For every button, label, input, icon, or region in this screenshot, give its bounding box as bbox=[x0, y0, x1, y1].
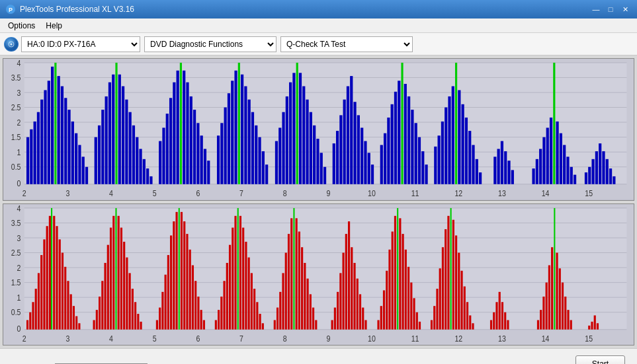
svg-rect-378 bbox=[594, 315, 596, 329]
menu-help[interactable]: Help bbox=[40, 20, 67, 32]
svg-rect-117 bbox=[320, 153, 323, 184]
svg-text:4: 4 bbox=[109, 189, 113, 198]
svg-rect-123 bbox=[347, 87, 349, 184]
svg-rect-55 bbox=[82, 157, 85, 184]
svg-rect-160 bbox=[497, 149, 500, 184]
svg-rect-223 bbox=[32, 302, 34, 330]
svg-rect-165 bbox=[532, 168, 534, 184]
svg-rect-313 bbox=[337, 291, 339, 329]
svg-rect-328 bbox=[388, 249, 390, 329]
svg-rect-234 bbox=[62, 252, 64, 329]
svg-rect-263 bbox=[167, 255, 169, 330]
svg-rect-70 bbox=[139, 149, 142, 184]
svg-rect-119 bbox=[333, 143, 335, 184]
svg-rect-84 bbox=[193, 110, 196, 184]
svg-rect-152 bbox=[458, 90, 460, 184]
svg-rect-90 bbox=[220, 123, 223, 184]
svg-rect-104 bbox=[275, 141, 278, 184]
svg-rect-40 bbox=[30, 129, 32, 184]
svg-rect-348 bbox=[452, 219, 454, 329]
svg-rect-237 bbox=[70, 294, 72, 329]
svg-rect-85 bbox=[196, 123, 199, 184]
svg-rect-83 bbox=[190, 96, 192, 184]
svg-rect-43 bbox=[40, 100, 43, 184]
svg-rect-256 bbox=[134, 302, 136, 330]
svg-rect-267 bbox=[179, 207, 180, 329]
svg-rect-89 bbox=[217, 135, 220, 184]
svg-rect-136 bbox=[398, 81, 400, 184]
function-select[interactable]: DVD Diagnostic Functions bbox=[144, 36, 276, 52]
svg-rect-81 bbox=[183, 71, 185, 184]
svg-rect-139 bbox=[407, 96, 410, 184]
svg-rect-228 bbox=[46, 226, 48, 330]
svg-rect-282 bbox=[229, 244, 231, 329]
svg-rect-107 bbox=[286, 96, 288, 184]
svg-rect-116 bbox=[316, 139, 319, 184]
svg-rect-295 bbox=[274, 320, 276, 329]
svg-rect-336 bbox=[410, 282, 412, 329]
svg-rect-154 bbox=[465, 118, 468, 184]
close-button[interactable]: ✕ bbox=[618, 3, 632, 15]
svg-rect-133 bbox=[387, 118, 390, 184]
svg-rect-284 bbox=[234, 215, 236, 329]
svg-rect-288 bbox=[245, 241, 247, 329]
svg-rect-157 bbox=[476, 159, 478, 184]
svg-rect-141 bbox=[415, 123, 417, 184]
svg-text:13: 13 bbox=[498, 189, 506, 198]
svg-rect-151 bbox=[455, 63, 457, 184]
svg-rect-158 bbox=[479, 172, 482, 184]
svg-rect-156 bbox=[472, 145, 474, 184]
svg-rect-120 bbox=[336, 131, 339, 184]
svg-rect-51 bbox=[67, 110, 70, 184]
svg-rect-238 bbox=[73, 306, 75, 330]
svg-rect-274 bbox=[197, 296, 199, 329]
svg-rect-109 bbox=[292, 73, 295, 184]
svg-rect-64 bbox=[118, 75, 121, 184]
svg-rect-327 bbox=[386, 270, 388, 329]
maximize-button[interactable]: □ bbox=[604, 3, 617, 15]
svg-rect-301 bbox=[290, 218, 292, 329]
svg-rect-143 bbox=[421, 151, 424, 184]
svg-rect-357 bbox=[493, 312, 495, 329]
svg-rect-93 bbox=[231, 81, 234, 184]
svg-rect-340 bbox=[431, 320, 433, 329]
svg-text:2.5: 2.5 bbox=[11, 248, 21, 257]
svg-rect-341 bbox=[433, 306, 435, 330]
svg-rect-188 bbox=[24, 207, 627, 329]
svg-text:0: 0 bbox=[17, 324, 21, 333]
svg-rect-247 bbox=[110, 227, 112, 329]
svg-rect-332 bbox=[399, 218, 401, 329]
svg-text:1: 1 bbox=[17, 148, 21, 157]
svg-text:14: 14 bbox=[542, 334, 550, 343]
svg-rect-99 bbox=[251, 112, 254, 184]
top-chart: 4 3.5 3 2.5 2 1.5 1 0.5 0 2 3 4 5 6 7 8 … bbox=[3, 59, 634, 200]
svg-rect-273 bbox=[194, 281, 196, 330]
svg-rect-286 bbox=[239, 215, 241, 329]
svg-rect-82 bbox=[186, 83, 189, 184]
svg-rect-294 bbox=[262, 323, 264, 329]
svg-rect-42 bbox=[37, 112, 40, 184]
test-select[interactable]: Q-Check TA Test bbox=[280, 36, 413, 52]
svg-rect-153 bbox=[462, 104, 464, 184]
start-button[interactable]: Start bbox=[575, 355, 625, 365]
svg-rect-350 bbox=[458, 252, 460, 329]
svg-rect-147 bbox=[441, 122, 444, 184]
svg-rect-268 bbox=[181, 211, 183, 329]
svg-rect-314 bbox=[339, 273, 341, 329]
menu-options[interactable]: Options bbox=[3, 20, 40, 32]
svg-rect-54 bbox=[78, 145, 81, 184]
minimize-button[interactable]: — bbox=[589, 3, 603, 15]
svg-rect-320 bbox=[357, 278, 359, 329]
svg-rect-319 bbox=[353, 262, 355, 329]
svg-rect-97 bbox=[244, 87, 247, 184]
svg-rect-112 bbox=[302, 87, 305, 184]
svg-rect-148 bbox=[445, 108, 447, 184]
svg-rect-342 bbox=[436, 289, 438, 330]
drive-select[interactable]: HA:0 ID:0 PX-716A bbox=[21, 36, 140, 52]
svg-rect-118 bbox=[323, 167, 326, 184]
svg-rect-166 bbox=[536, 159, 538, 184]
svg-rect-330 bbox=[394, 215, 396, 329]
svg-rect-259 bbox=[156, 320, 158, 329]
svg-rect-168 bbox=[542, 137, 545, 184]
svg-rect-304 bbox=[298, 231, 300, 329]
